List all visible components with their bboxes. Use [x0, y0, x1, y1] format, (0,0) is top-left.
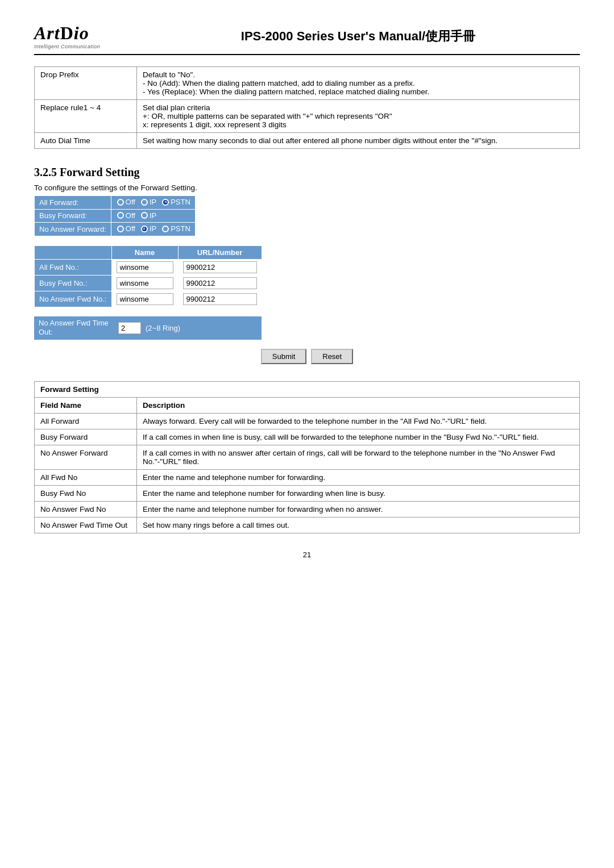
- desc-field-desc: Enter the name and telephone number for …: [137, 486, 580, 502]
- url-input[interactable]: [183, 261, 257, 273]
- desc-field-name: All Forward: [35, 414, 137, 429]
- section-desc: To configure the settings of the Forward…: [34, 183, 580, 192]
- table-row-desc: Set dial plan criteria+: OR, multiple pa…: [137, 100, 580, 133]
- name-input[interactable]: [117, 293, 173, 305]
- url-input[interactable]: [183, 293, 257, 305]
- description-table: Forward SettingField NameDescriptionAll …: [34, 381, 580, 533]
- fwd-row-name[interactable]: [111, 259, 178, 275]
- radio-label: PSTN: [171, 198, 190, 206]
- fwd-label: Busy Forward:: [35, 209, 111, 223]
- col-name-header: Name: [111, 245, 178, 259]
- desc-field-name: All Fwd No: [35, 470, 137, 486]
- fwd-time-row: No Answer Fwd Time Out: (2~8 Ring): [34, 316, 262, 340]
- reset-button[interactable]: Reset: [311, 349, 353, 364]
- desc-col1-header: Field Name: [35, 398, 137, 414]
- table-row-desc: Default to "No".- No (Add): When the dia…: [137, 67, 580, 100]
- radio-option[interactable]: IP: [141, 224, 156, 233]
- desc-field-name: Busy Forward: [35, 429, 137, 445]
- radio-dot-icon: [141, 199, 148, 206]
- radio-label: IP: [150, 224, 156, 233]
- fwd-row-label: All Fwd No.:: [35, 259, 112, 275]
- name-input[interactable]: [117, 277, 173, 289]
- fwd-label: All Forward:: [35, 196, 111, 210]
- radio-label: Off: [126, 211, 135, 220]
- radio-dot-icon: [141, 212, 148, 219]
- radio-option[interactable]: IP: [141, 211, 156, 220]
- radio-dot-icon: [117, 199, 124, 206]
- table-row-desc: Set waiting how many seconds to dial out…: [137, 133, 580, 149]
- fwd-row-label: Busy Fwd No.:: [35, 275, 112, 291]
- radio-label: IP: [150, 198, 156, 206]
- radio-dot-icon: [117, 226, 124, 232]
- fwd-row-url[interactable]: [178, 259, 262, 275]
- desc-field-desc: Always forward. Every call will be forwa…: [137, 414, 580, 429]
- radio-option[interactable]: PSTN: [162, 224, 190, 233]
- fwd-row-name[interactable]: [111, 275, 178, 291]
- fwd-row-url[interactable]: [178, 291, 262, 307]
- radio-dot-icon: [141, 226, 148, 232]
- fwd-time-hint: (2~8 Ring): [146, 324, 180, 332]
- fwd-options: OffIPPSTN: [111, 196, 195, 210]
- fwd-time-label: No Answer Fwd Time Out:: [39, 319, 118, 338]
- radio-label: Off: [126, 198, 135, 206]
- table-row-label: Drop Prefix: [35, 67, 137, 100]
- section-heading: 3.2.5 Forward Setting: [34, 166, 580, 179]
- page-number: 21: [34, 550, 580, 559]
- radio-label: Off: [126, 224, 135, 233]
- button-row: Submit Reset: [34, 349, 580, 364]
- radio-label: IP: [150, 211, 156, 220]
- radio-dot-icon: [162, 226, 169, 232]
- desc-col2-header: Description: [137, 398, 580, 414]
- desc-field-name: Busy Fwd No: [35, 486, 137, 502]
- logo: ArtDio Intelligent Communication: [34, 23, 136, 49]
- fwd-label: No Answer Forward:: [35, 223, 111, 236]
- submit-button[interactable]: Submit: [261, 349, 306, 364]
- page-header: ArtDio Intelligent Communication IPS-200…: [34, 23, 580, 55]
- url-input[interactable]: [183, 277, 257, 289]
- radio-option[interactable]: Off: [117, 211, 135, 220]
- logo-text: ArtDio: [34, 23, 136, 44]
- desc-field-name: No Answer Fwd No: [35, 502, 137, 518]
- name-input[interactable]: [117, 261, 173, 273]
- desc-field-desc: If a call comes in with no answer after …: [137, 445, 580, 470]
- fwd-row-name[interactable]: [111, 291, 178, 307]
- desc-field-desc: Set how many rings before a call times o…: [137, 518, 580, 533]
- page-title: IPS-2000 Series User's Manual/使用手冊: [136, 28, 580, 45]
- fwd-time-input[interactable]: [118, 322, 141, 334]
- desc-section-title: Forward Setting: [35, 382, 580, 398]
- radio-option[interactable]: IP: [141, 198, 156, 206]
- desc-field-desc: Enter the name and telephone number for …: [137, 502, 580, 518]
- radio-label: PSTN: [171, 224, 190, 233]
- radio-option[interactable]: Off: [117, 224, 135, 233]
- col-label-header: [35, 245, 112, 259]
- fwd-row-label: No Answer Fwd No.:: [35, 291, 112, 307]
- name-url-table: Name URL/Number All Fwd No.:Busy Fwd No.…: [34, 245, 262, 307]
- fwd-options: OffIP: [111, 209, 195, 223]
- radio-option[interactable]: Off: [117, 198, 135, 206]
- desc-field-desc: If a call comes in when line is busy, ca…: [137, 429, 580, 445]
- desc-field-name: No Answer Forward: [35, 445, 137, 470]
- radio-option[interactable]: PSTN: [162, 198, 190, 206]
- desc-field-name: No Answer Fwd Time Out: [35, 518, 137, 533]
- col-url-header: URL/Number: [178, 245, 262, 259]
- fwd-options: OffIPPSTN: [111, 223, 195, 236]
- table-row-label: Replace rule1 ~ 4: [35, 100, 137, 133]
- logo-tagline: Intelligent Communication: [34, 44, 136, 49]
- main-content-table: Drop PrefixDefault to "No".- No (Add): W…: [34, 66, 580, 149]
- radio-dot-icon: [162, 199, 169, 206]
- table-row-label: Auto Dial Time: [35, 133, 137, 149]
- forward-ui-table: All Forward:OffIPPSTNBusy Forward:OffIPN…: [34, 195, 196, 236]
- fwd-row-url[interactable]: [178, 275, 262, 291]
- radio-dot-icon: [117, 212, 124, 219]
- desc-field-desc: Enter the name and telephone number for …: [137, 470, 580, 486]
